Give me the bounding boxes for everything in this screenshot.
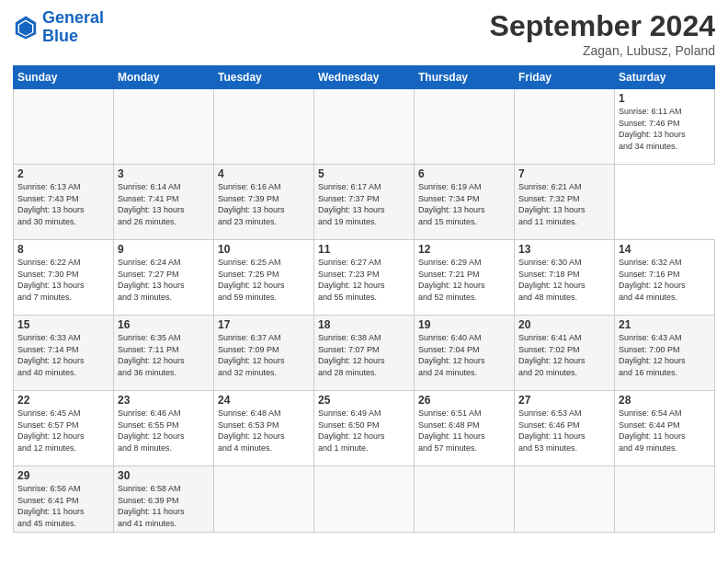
table-cell: 27Sunrise: 6:53 AMSunset: 6:46 PMDayligh… <box>515 391 615 466</box>
table-cell: 26Sunrise: 6:51 AMSunset: 6:48 PMDayligh… <box>415 391 515 466</box>
day-number: 5 <box>318 167 410 180</box>
col-friday: Friday <box>515 66 615 89</box>
table-cell: 8Sunrise: 6:22 AMSunset: 7:30 PMDaylight… <box>14 240 114 316</box>
table-cell: 23Sunrise: 6:46 AMSunset: 6:55 PMDayligh… <box>114 391 214 466</box>
cell-info: Sunrise: 6:43 AMSunset: 7:00 PMDaylight:… <box>619 332 711 378</box>
day-number: 11 <box>318 243 410 256</box>
cell-info: Sunrise: 6:29 AMSunset: 7:21 PMDaylight:… <box>418 257 510 303</box>
cell-info: Sunrise: 6:19 AMSunset: 7:34 PMDaylight:… <box>418 181 510 227</box>
table-cell: 7Sunrise: 6:21 AMSunset: 7:32 PMDaylight… <box>515 165 615 240</box>
table-cell: 21Sunrise: 6:43 AMSunset: 7:00 PMDayligh… <box>615 316 715 391</box>
col-wednesday: Wednesday <box>314 66 415 89</box>
month-title: September 2024 <box>490 9 715 43</box>
day-number: 14 <box>619 243 711 256</box>
col-saturday: Saturday <box>615 66 715 89</box>
day-number: 27 <box>518 394 610 407</box>
table-cell <box>214 89 314 165</box>
table-cell: 2Sunrise: 6:13 AMSunset: 7:43 PMDaylight… <box>14 165 114 240</box>
cell-info: Sunrise: 6:25 AMSunset: 7:25 PMDaylight:… <box>218 257 310 303</box>
cell-info: Sunrise: 6:22 AMSunset: 7:30 PMDaylight:… <box>17 257 109 303</box>
cell-info: Sunrise: 6:13 AMSunset: 7:43 PMDaylight:… <box>17 181 109 227</box>
table-cell: 14Sunrise: 6:32 AMSunset: 7:16 PMDayligh… <box>615 240 715 316</box>
logo-text: General Blue <box>42 9 104 46</box>
cell-info: Sunrise: 6:45 AMSunset: 6:57 PMDaylight:… <box>17 408 109 454</box>
table-cell: 10Sunrise: 6:25 AMSunset: 7:25 PMDayligh… <box>214 240 314 316</box>
cell-info: Sunrise: 6:53 AMSunset: 6:46 PMDaylight:… <box>518 408 610 454</box>
cell-info: Sunrise: 6:35 AMSunset: 7:11 PMDaylight:… <box>118 332 210 378</box>
day-number: 16 <box>118 318 210 331</box>
table-cell: 11Sunrise: 6:27 AMSunset: 7:23 PMDayligh… <box>314 240 415 316</box>
page: General Blue September 2024 Zagan, Lubus… <box>0 0 728 563</box>
cell-info: Sunrise: 6:56 AMSunset: 6:41 PMDaylight:… <box>17 483 109 529</box>
cell-info: Sunrise: 6:24 AMSunset: 7:27 PMDaylight:… <box>118 257 210 303</box>
cell-info: Sunrise: 6:11 AMSunset: 7:46 PMDaylight:… <box>619 106 711 152</box>
day-number: 30 <box>118 469 210 482</box>
table-cell: 25Sunrise: 6:49 AMSunset: 6:50 PMDayligh… <box>314 391 415 466</box>
day-number: 12 <box>418 243 510 256</box>
cell-info: Sunrise: 6:17 AMSunset: 7:37 PMDaylight:… <box>318 181 410 227</box>
table-cell <box>14 89 114 165</box>
day-number: 13 <box>518 243 610 256</box>
cell-info: Sunrise: 6:51 AMSunset: 6:48 PMDaylight:… <box>418 408 510 454</box>
day-number: 8 <box>17 243 109 256</box>
col-sunday: Sunday <box>14 66 114 89</box>
cell-info: Sunrise: 6:54 AMSunset: 6:44 PMDaylight:… <box>619 408 711 454</box>
day-number: 3 <box>118 167 210 180</box>
day-number: 18 <box>318 318 410 331</box>
day-number: 29 <box>17 469 109 482</box>
table-cell <box>515 89 615 165</box>
table-cell: 5Sunrise: 6:17 AMSunset: 7:37 PMDaylight… <box>314 165 415 240</box>
day-number: 17 <box>218 318 310 331</box>
col-thursday: Thursday <box>415 66 515 89</box>
day-number: 6 <box>418 167 510 180</box>
cell-info: Sunrise: 6:38 AMSunset: 7:07 PMDaylight:… <box>318 332 410 378</box>
day-number: 20 <box>518 318 610 331</box>
table-cell <box>415 89 515 165</box>
cell-info: Sunrise: 6:32 AMSunset: 7:16 PMDaylight:… <box>619 257 711 303</box>
day-number: 10 <box>218 243 310 256</box>
table-cell: 16Sunrise: 6:35 AMSunset: 7:11 PMDayligh… <box>114 316 214 391</box>
cell-info: Sunrise: 6:49 AMSunset: 6:50 PMDaylight:… <box>318 408 410 454</box>
day-number: 7 <box>518 167 610 180</box>
table-cell <box>415 466 515 533</box>
table-cell: 17Sunrise: 6:37 AMSunset: 7:09 PMDayligh… <box>214 316 314 391</box>
logo: General Blue <box>13 9 104 46</box>
day-number: 25 <box>318 394 410 407</box>
day-number: 22 <box>17 394 109 407</box>
cell-info: Sunrise: 6:27 AMSunset: 7:23 PMDaylight:… <box>318 257 410 303</box>
table-cell: 22Sunrise: 6:45 AMSunset: 6:57 PMDayligh… <box>14 391 114 466</box>
day-number: 1 <box>619 92 711 105</box>
col-tuesday: Tuesday <box>214 66 314 89</box>
calendar-header-row: Sunday Monday Tuesday Wednesday Thursday… <box>14 66 715 89</box>
table-cell: 28Sunrise: 6:54 AMSunset: 6:44 PMDayligh… <box>615 391 715 466</box>
day-number: 4 <box>218 167 310 180</box>
table-cell: 9Sunrise: 6:24 AMSunset: 7:27 PMDaylight… <box>114 240 214 316</box>
table-cell: 19Sunrise: 6:40 AMSunset: 7:04 PMDayligh… <box>415 316 515 391</box>
cell-info: Sunrise: 6:16 AMSunset: 7:39 PMDaylight:… <box>218 181 310 227</box>
table-cell: 6Sunrise: 6:19 AMSunset: 7:34 PMDaylight… <box>415 165 515 240</box>
day-number: 15 <box>17 318 109 331</box>
cell-info: Sunrise: 6:30 AMSunset: 7:18 PMDaylight:… <box>518 257 610 303</box>
table-cell: 1Sunrise: 6:11 AMSunset: 7:46 PMDaylight… <box>615 89 715 165</box>
table-cell: 12Sunrise: 6:29 AMSunset: 7:21 PMDayligh… <box>415 240 515 316</box>
cell-info: Sunrise: 6:46 AMSunset: 6:55 PMDaylight:… <box>118 408 210 454</box>
table-cell: 15Sunrise: 6:33 AMSunset: 7:14 PMDayligh… <box>14 316 114 391</box>
cell-info: Sunrise: 6:41 AMSunset: 7:02 PMDaylight:… <box>518 332 610 378</box>
day-number: 24 <box>218 394 310 407</box>
day-number: 26 <box>418 394 510 407</box>
table-cell <box>114 89 214 165</box>
cell-info: Sunrise: 6:48 AMSunset: 6:53 PMDaylight:… <box>218 408 310 454</box>
table-cell: 24Sunrise: 6:48 AMSunset: 6:53 PMDayligh… <box>214 391 314 466</box>
cell-info: Sunrise: 6:14 AMSunset: 7:41 PMDaylight:… <box>118 181 210 227</box>
table-cell <box>314 89 415 165</box>
col-monday: Monday <box>114 66 214 89</box>
day-number: 21 <box>619 318 711 331</box>
logo-icon <box>13 15 39 40</box>
table-cell: 30Sunrise: 6:58 AMSunset: 6:39 PMDayligh… <box>114 466 214 533</box>
cell-info: Sunrise: 6:33 AMSunset: 7:14 PMDaylight:… <box>17 332 109 378</box>
table-cell <box>515 466 615 533</box>
calendar: Sunday Monday Tuesday Wednesday Thursday… <box>13 65 715 533</box>
header: General Blue September 2024 Zagan, Lubus… <box>13 9 715 58</box>
table-cell <box>214 466 314 533</box>
day-number: 19 <box>418 318 510 331</box>
